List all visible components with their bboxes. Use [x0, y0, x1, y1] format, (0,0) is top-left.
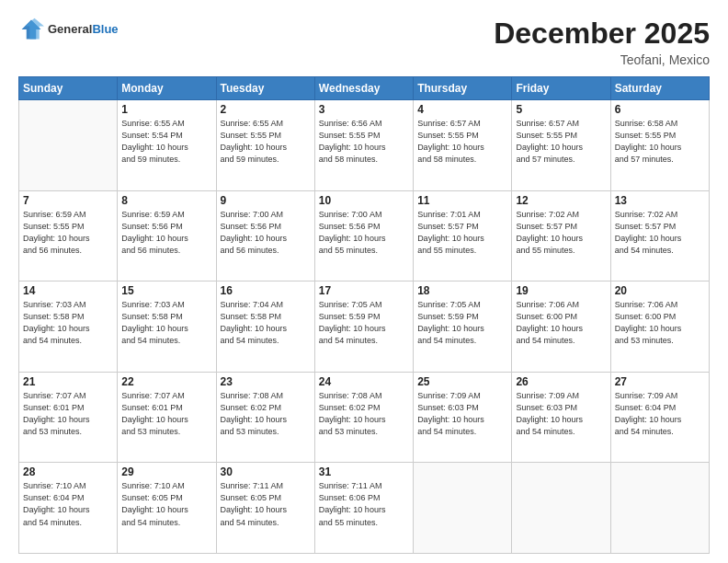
- day-number: 6: [615, 103, 705, 116]
- day-info: Sunrise: 7:00 AM Sunset: 5:56 PM Dayligh…: [319, 209, 409, 257]
- calendar-cell: 24Sunrise: 7:08 AM Sunset: 6:02 PM Dayli…: [314, 372, 413, 463]
- weekday-header-tuesday: Tuesday: [216, 77, 314, 100]
- calendar-cell: 4Sunrise: 6:57 AM Sunset: 5:55 PM Daylig…: [414, 100, 512, 191]
- day-info: Sunrise: 7:05 AM Sunset: 5:59 PM Dayligh…: [319, 299, 409, 347]
- calendar-cell: 30Sunrise: 7:11 AM Sunset: 6:05 PM Dayli…: [216, 463, 314, 554]
- day-number: 9: [221, 194, 311, 207]
- day-number: 30: [221, 465, 311, 478]
- weekday-header-friday: Friday: [512, 77, 610, 100]
- day-number: 15: [121, 284, 211, 297]
- day-number: 4: [417, 103, 507, 116]
- day-number: 5: [516, 103, 606, 116]
- day-info: Sunrise: 7:09 AM Sunset: 6:03 PM Dayligh…: [417, 390, 507, 438]
- page: GeneralBlue December 2025 Teofani, Mexic…: [0, 0, 728, 563]
- weekday-header-row: SundayMondayTuesdayWednesdayThursdayFrid…: [19, 77, 710, 100]
- day-info: Sunrise: 7:09 AM Sunset: 6:04 PM Dayligh…: [615, 390, 705, 438]
- day-info: Sunrise: 7:05 AM Sunset: 5:59 PM Dayligh…: [417, 299, 507, 347]
- day-info: Sunrise: 6:57 AM Sunset: 5:55 PM Dayligh…: [516, 118, 606, 166]
- calendar-cell: 17Sunrise: 7:05 AM Sunset: 5:59 PM Dayli…: [314, 282, 413, 373]
- calendar-table: SundayMondayTuesdayWednesdayThursdayFrid…: [18, 76, 710, 554]
- calendar-week-row: 21Sunrise: 7:07 AM Sunset: 6:01 PM Dayli…: [19, 372, 710, 463]
- day-info: Sunrise: 7:08 AM Sunset: 6:02 PM Dayligh…: [221, 390, 311, 438]
- calendar-cell: 6Sunrise: 6:58 AM Sunset: 5:55 PM Daylig…: [610, 100, 709, 191]
- weekday-header-saturday: Saturday: [610, 77, 709, 100]
- day-info: Sunrise: 7:00 AM Sunset: 5:56 PM Dayligh…: [221, 209, 311, 257]
- day-number: 28: [23, 465, 113, 478]
- day-info: Sunrise: 7:10 AM Sunset: 6:05 PM Dayligh…: [121, 480, 211, 528]
- day-number: 16: [221, 284, 311, 297]
- calendar-cell: 16Sunrise: 7:04 AM Sunset: 5:58 PM Dayli…: [216, 282, 314, 373]
- calendar-cell: 1Sunrise: 6:55 AM Sunset: 5:54 PM Daylig…: [118, 100, 216, 191]
- calendar-cell: 23Sunrise: 7:08 AM Sunset: 6:02 PM Dayli…: [216, 372, 314, 463]
- day-number: 31: [319, 465, 409, 478]
- calendar-cell: 18Sunrise: 7:05 AM Sunset: 5:59 PM Dayli…: [414, 282, 512, 373]
- calendar-week-row: 1Sunrise: 6:55 AM Sunset: 5:54 PM Daylig…: [19, 100, 710, 191]
- day-number: 20: [615, 284, 705, 297]
- day-info: Sunrise: 6:59 AM Sunset: 5:55 PM Dayligh…: [23, 209, 113, 257]
- calendar-cell: [414, 463, 512, 554]
- calendar-cell: 31Sunrise: 7:11 AM Sunset: 6:06 PM Dayli…: [314, 463, 413, 554]
- day-info: Sunrise: 7:04 AM Sunset: 5:58 PM Dayligh…: [221, 299, 311, 347]
- calendar-cell: [19, 100, 118, 191]
- day-number: 18: [417, 284, 507, 297]
- calendar-cell: 11Sunrise: 7:01 AM Sunset: 5:57 PM Dayli…: [414, 190, 512, 282]
- day-info: Sunrise: 7:03 AM Sunset: 5:58 PM Dayligh…: [23, 299, 113, 347]
- day-number: 14: [23, 284, 113, 297]
- day-info: Sunrise: 7:06 AM Sunset: 6:00 PM Dayligh…: [615, 299, 705, 347]
- day-info: Sunrise: 6:57 AM Sunset: 5:55 PM Dayligh…: [417, 118, 507, 166]
- day-number: 17: [319, 284, 409, 297]
- day-number: 1: [121, 103, 211, 116]
- day-number: 3: [319, 103, 409, 116]
- day-number: 25: [417, 375, 507, 388]
- month-title: December 2025: [494, 17, 710, 51]
- day-info: Sunrise: 7:11 AM Sunset: 6:06 PM Dayligh…: [319, 480, 409, 528]
- calendar-cell: 22Sunrise: 7:07 AM Sunset: 6:01 PM Dayli…: [118, 372, 216, 463]
- calendar-cell: 5Sunrise: 6:57 AM Sunset: 5:55 PM Daylig…: [512, 100, 610, 191]
- weekday-header-thursday: Thursday: [414, 77, 512, 100]
- calendar-week-row: 7Sunrise: 6:59 AM Sunset: 5:55 PM Daylig…: [19, 190, 710, 282]
- calendar-cell: 14Sunrise: 7:03 AM Sunset: 5:58 PM Dayli…: [19, 282, 118, 373]
- weekday-header-monday: Monday: [118, 77, 216, 100]
- calendar-cell: 28Sunrise: 7:10 AM Sunset: 6:04 PM Dayli…: [19, 463, 118, 554]
- calendar-cell: 26Sunrise: 7:09 AM Sunset: 6:03 PM Dayli…: [512, 372, 610, 463]
- day-number: 29: [121, 465, 211, 478]
- day-info: Sunrise: 6:58 AM Sunset: 5:55 PM Dayligh…: [615, 118, 705, 166]
- day-info: Sunrise: 7:01 AM Sunset: 5:57 PM Dayligh…: [417, 209, 507, 257]
- day-info: Sunrise: 7:11 AM Sunset: 6:05 PM Dayligh…: [221, 480, 311, 528]
- calendar-cell: 7Sunrise: 6:59 AM Sunset: 5:55 PM Daylig…: [19, 190, 118, 282]
- day-number: 11: [417, 194, 507, 207]
- day-info: Sunrise: 7:06 AM Sunset: 6:00 PM Dayligh…: [516, 299, 606, 347]
- calendar-cell: 8Sunrise: 6:59 AM Sunset: 5:56 PM Daylig…: [118, 190, 216, 282]
- day-info: Sunrise: 7:03 AM Sunset: 5:58 PM Dayligh…: [121, 299, 211, 347]
- calendar-cell: 21Sunrise: 7:07 AM Sunset: 6:01 PM Dayli…: [19, 372, 118, 463]
- day-number: 13: [615, 194, 705, 207]
- calendar-cell: 15Sunrise: 7:03 AM Sunset: 5:58 PM Dayli…: [118, 282, 216, 373]
- calendar-week-row: 14Sunrise: 7:03 AM Sunset: 5:58 PM Dayli…: [19, 282, 710, 373]
- day-info: Sunrise: 6:55 AM Sunset: 5:54 PM Dayligh…: [121, 118, 211, 166]
- day-number: 19: [516, 284, 606, 297]
- day-info: Sunrise: 7:07 AM Sunset: 6:01 PM Dayligh…: [23, 390, 113, 438]
- day-info: Sunrise: 6:59 AM Sunset: 5:56 PM Dayligh…: [121, 209, 211, 257]
- calendar-cell: 10Sunrise: 7:00 AM Sunset: 5:56 PM Dayli…: [314, 190, 413, 282]
- calendar-cell: 29Sunrise: 7:10 AM Sunset: 6:05 PM Dayli…: [118, 463, 216, 554]
- title-block: December 2025 Teofani, Mexico: [494, 17, 710, 67]
- logo-icon: [18, 17, 44, 42]
- calendar-cell: 27Sunrise: 7:09 AM Sunset: 6:04 PM Dayli…: [610, 372, 709, 463]
- day-number: 27: [615, 375, 705, 388]
- day-number: 8: [121, 194, 211, 207]
- day-info: Sunrise: 7:02 AM Sunset: 5:57 PM Dayligh…: [615, 209, 705, 257]
- logo: GeneralBlue: [18, 17, 119, 42]
- location-subtitle: Teofani, Mexico: [494, 52, 710, 67]
- calendar-cell: [610, 463, 709, 554]
- day-info: Sunrise: 7:08 AM Sunset: 6:02 PM Dayligh…: [319, 390, 409, 438]
- day-info: Sunrise: 7:09 AM Sunset: 6:03 PM Dayligh…: [516, 390, 606, 438]
- day-number: 2: [221, 103, 311, 116]
- calendar-cell: 3Sunrise: 6:56 AM Sunset: 5:55 PM Daylig…: [314, 100, 413, 191]
- day-info: Sunrise: 7:10 AM Sunset: 6:04 PM Dayligh…: [23, 480, 113, 528]
- day-number: 12: [516, 194, 606, 207]
- day-number: 7: [23, 194, 113, 207]
- header: GeneralBlue December 2025 Teofani, Mexic…: [18, 17, 710, 67]
- day-number: 23: [221, 375, 311, 388]
- day-info: Sunrise: 7:07 AM Sunset: 6:01 PM Dayligh…: [121, 390, 211, 438]
- day-number: 24: [319, 375, 409, 388]
